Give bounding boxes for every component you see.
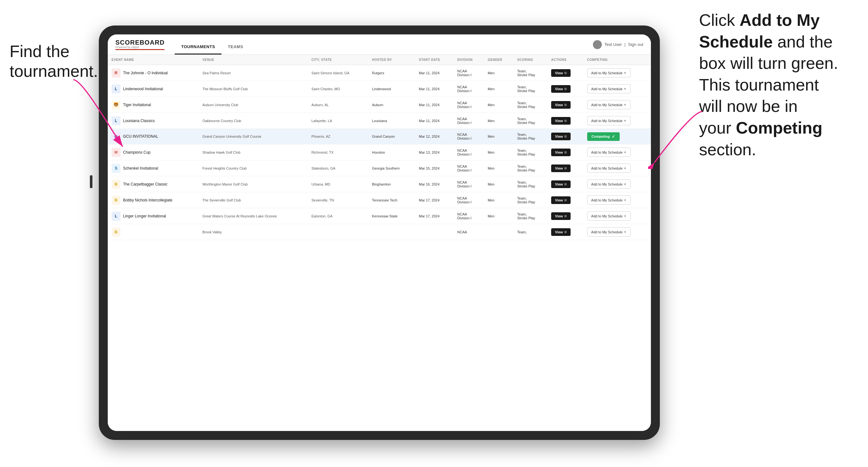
view-button[interactable]: View [551, 180, 570, 188]
table-container[interactable]: EVENT NAME VENUE CITY, STATE HOSTED BY S… [108, 55, 651, 431]
school-logo: L [112, 85, 121, 93]
venue-cell: Oakbourne Country Club [198, 113, 308, 129]
venue-cell: Sea Palms Resort [198, 65, 308, 81]
view-button[interactable]: View [551, 196, 570, 204]
add-to-schedule-button[interactable]: Add to My Schedule + [587, 211, 630, 221]
start-date-cell: Mar 12, 2024 [415, 129, 454, 145]
event-name-cell: R The Johnnie - O Individual [108, 65, 198, 81]
event-name-cell: B The Carpetbagger Classic [108, 176, 198, 192]
view-button[interactable]: View [551, 85, 570, 93]
view-button[interactable]: View [551, 228, 570, 236]
table-row: B Brook ValleyNCAATeam,View Add to My Sc… [108, 224, 651, 240]
view-dot [564, 88, 567, 90]
plus-icon: + [624, 102, 626, 107]
scoring-cell: Team,Stroke Play [514, 176, 547, 192]
start-date-cell: Mar 15, 2024 [415, 160, 454, 176]
app-header: SCOREBOARD Powered by clippd TOURNAMENTS… [108, 34, 651, 55]
table-header-row: EVENT NAME VENUE CITY, STATE HOSTED BY S… [108, 55, 651, 65]
gender-cell: Men [484, 192, 514, 208]
event-name-cell: S Schenkel Invitational [108, 160, 198, 176]
school-logo: 🐯 [112, 100, 121, 110]
hosted-by-cell: Lindenwood [368, 81, 415, 97]
nav-tab-tournaments[interactable]: TOURNAMENTS [175, 44, 221, 55]
view-button[interactable]: View [551, 101, 570, 109]
plus-icon: + [624, 70, 626, 75]
gender-cell: Men [484, 129, 514, 145]
sign-out-link[interactable]: Sign out [628, 42, 643, 47]
add-to-schedule-button[interactable]: Add to My Schedule + [587, 227, 630, 237]
division-cell: NCAADivision I [454, 65, 484, 81]
add-to-schedule-button[interactable]: Add to My Schedule + [587, 148, 630, 157]
table-row: 🐯 Tiger Invitational Auburn University C… [108, 97, 651, 113]
view-dot [564, 167, 567, 169]
view-button[interactable]: View [551, 212, 570, 220]
event-name-text: Schenkel Invitational [123, 166, 158, 170]
venue-cell: Forest Heights Country Club [198, 160, 308, 176]
event-name-text: Champions Cup [123, 150, 151, 155]
gender-cell: Men [484, 160, 514, 176]
view-dot [564, 199, 567, 201]
add-to-schedule-button[interactable]: Add to My Schedule + [587, 68, 630, 77]
view-dot [564, 72, 567, 74]
event-name-text: The Carpetbagger Classic [123, 182, 167, 186]
hosted-by-cell: Rutgers [368, 65, 415, 81]
competing-cell: Add to My Schedule + [583, 113, 651, 129]
view-button[interactable]: View [551, 69, 570, 77]
plus-icon: + [624, 150, 626, 155]
plus-icon: + [624, 229, 626, 234]
view-dot [564, 120, 567, 122]
col-hosted-by: HOSTED BY [368, 55, 415, 65]
competing-cell: Add to My Schedule + [583, 160, 651, 176]
nav-tab-teams[interactable]: TEAMS [221, 44, 250, 55]
add-to-schedule-button[interactable]: Add to My Schedule + [587, 116, 630, 125]
view-button[interactable]: View [551, 117, 570, 125]
city-state-cell: Richmond, TX [308, 145, 368, 160]
hosted-by-cell: Tennessee Tech [368, 192, 415, 208]
gender-cell: Men [484, 65, 514, 81]
competing-button[interactable]: Competing ✓ [587, 132, 620, 141]
tablet-screen: SCOREBOARD Powered by clippd TOURNAMENTS… [108, 34, 651, 431]
start-date-cell [415, 224, 454, 240]
plus-icon: + [624, 198, 626, 203]
school-logo: B [112, 196, 121, 205]
view-dot [564, 231, 567, 234]
actions-cell: View [547, 160, 583, 176]
scoring-cell: Team,Stroke Play [514, 81, 547, 97]
col-venue: VENUE [198, 55, 308, 65]
add-to-schedule-button[interactable]: Add to My Schedule + [587, 84, 630, 93]
venue-cell: Grand Canyon University Golf Course [198, 129, 308, 145]
view-dot [564, 135, 567, 138]
event-name-cell: H Champions Cup [108, 145, 198, 160]
gender-cell: Men [484, 176, 514, 192]
school-logo: L [112, 212, 121, 221]
city-state-cell: Auburn, AL [308, 97, 368, 113]
event-name-cell: G GCU INVITATIONAL [108, 129, 198, 145]
hosted-by-cell: Louisiana [368, 113, 415, 129]
app-logo-sub: Powered by clippd [115, 45, 164, 49]
view-button[interactable]: View [551, 149, 570, 156]
start-date-cell: Mar 11, 2024 [415, 81, 454, 97]
city-state-cell: Sevierville, TN [308, 192, 368, 208]
school-logo: B [112, 227, 121, 237]
plus-icon: + [624, 214, 626, 218]
scoring-cell: Team,Stroke Play [514, 208, 547, 224]
col-gender: GENDER [484, 55, 514, 65]
add-to-schedule-button[interactable]: Add to My Schedule + [587, 195, 630, 205]
hosted-by-cell: Binghamton [368, 176, 415, 192]
competing-cell: Competing ✓ [583, 129, 651, 145]
view-dot [564, 215, 567, 217]
start-date-cell: Mar 13, 2024 [415, 145, 454, 160]
hosted-by-cell: Kennesaw State [368, 208, 415, 224]
competing-cell: Add to My Schedule + [583, 97, 651, 113]
add-to-schedule-button[interactable]: Add to My Schedule + [587, 100, 630, 110]
add-to-schedule-button[interactable]: Add to My Schedule + [587, 180, 630, 189]
add-to-schedule-button[interactable]: Add to My Schedule + [587, 163, 630, 173]
city-state-cell: Eatonton, GA [308, 208, 368, 224]
start-date-cell: Mar 16, 2024 [415, 176, 454, 192]
view-button[interactable]: View [551, 133, 570, 140]
division-cell: NCAADivision I [454, 176, 484, 192]
venue-cell: Great Waters Course At Reynolds Lake Oco… [198, 208, 308, 224]
view-button[interactable]: View [551, 164, 570, 172]
venue-cell: The Sevierville Golf Club [198, 192, 308, 208]
venue-cell: The Missouri Bluffs Golf Club [198, 81, 308, 97]
